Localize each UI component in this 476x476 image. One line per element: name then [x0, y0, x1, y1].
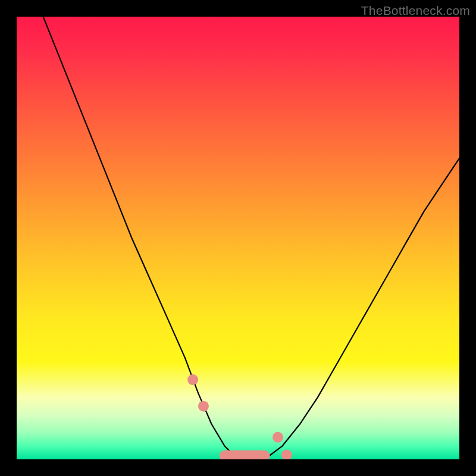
curve-layer	[17, 17, 459, 459]
marker-left	[187, 374, 198, 385]
marker-right	[273, 432, 283, 443]
chart-frame: TheBottleneck.com	[0, 0, 476, 476]
watermark-text: TheBottleneck.com	[361, 4, 470, 18]
marker-right	[281, 450, 292, 459]
marker-left	[198, 401, 209, 412]
bottleneck-curve	[43, 17, 459, 459]
plot-area	[17, 17, 459, 459]
